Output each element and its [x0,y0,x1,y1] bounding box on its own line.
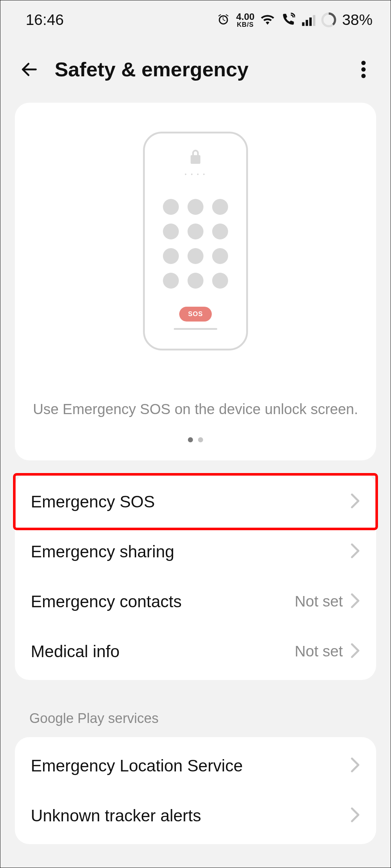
row-label: Unknown tracker alerts [31,806,343,825]
chevron-right-icon [350,543,360,560]
phone-keypad [163,199,228,289]
row-medical-info[interactable]: Medical infoNot set [15,626,376,676]
row-label: Emergency contacts [31,592,287,611]
alarm-icon [216,13,230,27]
chevron-right-icon [350,807,360,824]
row-value: Not set [295,643,343,660]
status-right: 4.00 KB/S 38% [216,11,373,29]
svg-point-7 [361,61,366,65]
hero-caption: Use Emergency SOS on the device unlock s… [33,401,358,417]
status-bar: 16:46 4.00 KB/S [0,0,391,36]
row-emergency-sos[interactable]: Emergency SOS [15,477,376,527]
row-label: Emergency sharing [31,542,343,561]
sos-mock-button: SOS [179,307,211,322]
row-label: Emergency Location Service [31,756,343,775]
signal-icon [301,13,315,27]
row-value: Not set [295,593,343,610]
battery-ring-icon [321,12,336,27]
section-title-google-play: Google Play services [0,693,391,737]
pin-dots: • • • • [185,171,206,177]
battery-percent: 38% [342,11,373,29]
status-time: 16:46 [26,11,64,29]
lock-icon [189,150,202,169]
row-unknown-tracker-alerts[interactable]: Unknown tracker alerts [15,791,376,841]
hero-card[interactable]: • • • • SOS Use Emergency SOS on the dev… [15,103,376,460]
row-label: Medical info [31,642,287,661]
row-label: Emergency SOS [31,492,343,511]
pager-dot-1 [188,437,193,442]
row-emergency-contacts[interactable]: Emergency contactsNot set [15,576,376,626]
chevron-right-icon [350,643,360,660]
more-icon[interactable] [354,60,373,78]
phone-nav-bar [174,328,217,330]
page-indicator [188,437,203,442]
svg-rect-2 [309,17,312,26]
chevron-right-icon [350,493,360,510]
svg-point-9 [361,74,366,78]
page-title: Safety & emergency [55,58,340,81]
row-emergency-location-service[interactable]: Emergency Location Service [15,741,376,791]
pager-dot-2 [198,437,203,442]
back-icon[interactable] [18,59,40,80]
settings-list: Emergency SOSEmergency sharingEmergency … [15,473,376,680]
svg-rect-1 [306,20,308,26]
google-play-list: Emergency Location ServiceUnknown tracke… [15,737,376,844]
chevron-right-icon [350,757,360,774]
phone-mockup: • • • • SOS [143,132,248,350]
wifi-icon [260,13,275,27]
svg-rect-3 [313,15,315,26]
svg-point-8 [361,67,366,72]
network-speed: 4.00 KB/S [236,12,255,28]
svg-rect-0 [302,22,304,26]
chevron-right-icon [350,593,360,610]
app-header: Safety & emergency [0,36,391,103]
row-emergency-sharing[interactable]: Emergency sharing [15,527,376,576]
wifi-calling-icon [281,13,295,27]
